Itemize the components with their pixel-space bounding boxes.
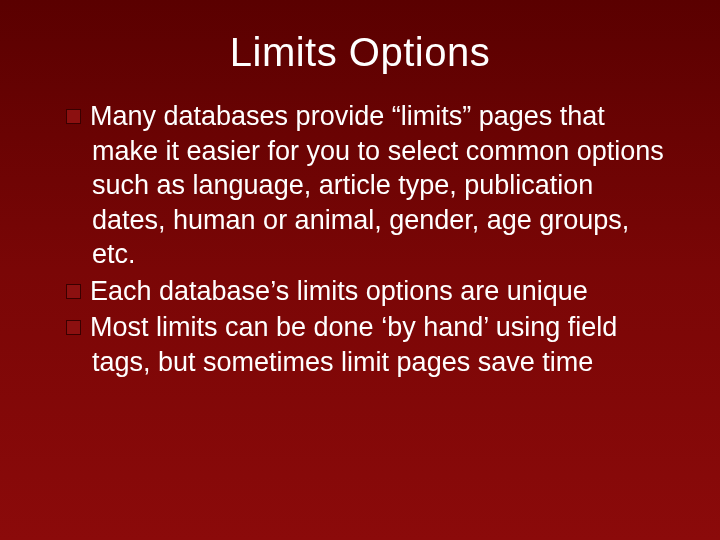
slide: Limits Options Many databases provide “l… [0,0,720,540]
list-item: Most limits can be done ‘by hand’ using … [66,310,670,379]
list-item: Many databases provide “limits” pages th… [66,99,670,272]
list-item: Each database’s limits options are uniqu… [66,274,670,309]
slide-title: Limits Options [40,30,680,75]
bullet-list: Many databases provide “limits” pages th… [40,99,680,379]
